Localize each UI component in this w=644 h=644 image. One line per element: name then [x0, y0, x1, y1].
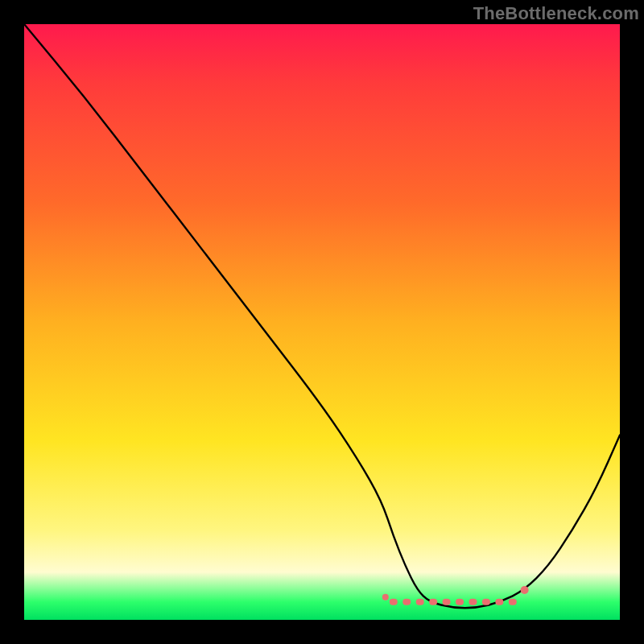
flat-marker-dash	[456, 599, 464, 605]
flat-marker-dash	[416, 599, 424, 605]
flat-bottom-markers	[382, 594, 517, 605]
flat-marker-dash	[509, 599, 517, 605]
flat-marker-dash	[429, 599, 437, 605]
flat-marker-dash	[482, 599, 490, 605]
flat-marker-dash	[495, 599, 503, 605]
flat-marker-dash	[402, 599, 411, 605]
curve-layer	[24, 24, 620, 620]
flat-marker-lead-dot	[382, 594, 389, 601]
flat-marker-dash	[443, 599, 451, 605]
chart-frame: TheBottleneck.com	[0, 0, 644, 644]
flat-marker-dash	[469, 599, 477, 605]
watermark-text: TheBottleneck.com	[473, 3, 639, 24]
bottleneck-curve	[24, 24, 620, 608]
flat-marker-dash	[390, 599, 398, 605]
end-tick-marker	[521, 586, 529, 594]
plot-area	[24, 24, 620, 620]
